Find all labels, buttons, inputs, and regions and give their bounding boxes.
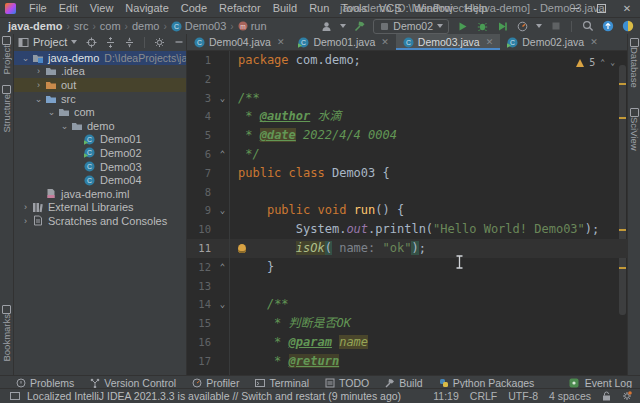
tab-demo01-java[interactable]: CDemo01.java✕ (291, 34, 395, 50)
tab-demo02-java[interactable]: CDemo02.java✕ (500, 34, 604, 50)
coverage-button[interactable] (496, 20, 509, 33)
tree-item-java-demo[interactable]: ⌄java-demoD:\IdeaProjects\java-demo (14, 51, 186, 65)
tab-close-icon[interactable]: ✕ (381, 37, 389, 47)
build-hammer-icon[interactable] (353, 20, 366, 33)
breadcrumb-demo[interactable]: demo (130, 20, 162, 32)
breadcrumb-src[interactable]: src (72, 20, 91, 32)
lock-icon[interactable] (602, 391, 611, 401)
project-panel-title[interactable]: Project (33, 36, 67, 48)
profiler-button[interactable] (516, 20, 529, 33)
breadcrumb-com[interactable]: com (98, 20, 123, 32)
tab-close-icon[interactable]: ✕ (590, 37, 598, 47)
minimize-button[interactable] (562, 0, 588, 17)
code-line-5[interactable]: 5 * @date 2022/4/4 0004 (187, 126, 627, 145)
user-dropdown-icon[interactable] (340, 24, 346, 28)
intention-bulb-icon[interactable] (238, 244, 246, 253)
tree-item-java-demo-iml[interactable]: java-demo.iml (14, 187, 186, 201)
gear-badge-icon[interactable] (622, 391, 632, 401)
collapse-arrow-icon[interactable]: ⌄ (46, 107, 57, 117)
collapse-arrow-icon[interactable]: ⌄ (59, 121, 70, 131)
tree-item-demo04[interactable]: CDemo04 (14, 173, 186, 187)
tool-window-button-python-packages[interactable]: Python Packages (431, 377, 543, 389)
fold-open-icon[interactable]: ⌄ (216, 201, 230, 220)
menu-navigate[interactable]: Navigate (119, 0, 174, 17)
tree-item-out[interactable]: ›out (14, 78, 186, 92)
maximize-button[interactable] (588, 0, 614, 17)
next-warning-icon[interactable]: ⌄ (610, 54, 615, 73)
tree-item--idea[interactable]: ›.idea (14, 65, 186, 79)
settings-sync-icon[interactable] (621, 20, 634, 33)
tree-item-com[interactable]: ⌄com (14, 105, 186, 119)
menu-run[interactable]: Run (303, 0, 335, 17)
breadcrumb-run[interactable]: mrun (236, 20, 269, 32)
expand-arrow-icon[interactable]: › (20, 216, 31, 226)
tree-item-demo01[interactable]: CDemo01 (14, 133, 186, 147)
search-everywhere-icon[interactable] (581, 20, 594, 33)
code-line-13[interactable]: 13 (187, 277, 627, 296)
menu-build[interactable]: Build (267, 0, 303, 17)
tool-window-button-todo[interactable]: TODO (317, 377, 377, 389)
tab-close-icon[interactable]: ✕ (486, 37, 494, 47)
menu-refactor[interactable]: Refactor (213, 0, 267, 17)
fold-open-icon[interactable]: ⌄ (216, 295, 230, 314)
code-line-9[interactable]: 9⌄ public void run() { (187, 201, 627, 220)
code-line-15[interactable]: 15 * 判断是否OK (187, 314, 627, 333)
caret-position[interactable]: 11:19 (433, 390, 459, 402)
code-line-14[interactable]: 14⌄ /** (187, 295, 627, 314)
expand-arrow-icon[interactable]: › (33, 66, 44, 76)
code-line-4[interactable]: 4 * @author 水滴 (187, 107, 627, 126)
tool-strip-structure[interactable]: Structure (1, 85, 12, 133)
fold-close-icon[interactable]: ⌃ (216, 145, 230, 164)
select-opened-file-icon[interactable] (85, 36, 98, 49)
tool-window-button-profiler[interactable]: Profiler (184, 377, 247, 389)
code-line-17[interactable]: 17 * @return (187, 352, 627, 371)
code-line-10[interactable]: 10 System.out.println("Hello World! Demo… (187, 220, 627, 239)
tool-strip-database[interactable]: Database (629, 38, 640, 88)
breadcrumb-demo03[interactable]: CDemo03 (169, 20, 229, 32)
tool-window-button-problems[interactable]: Problems (8, 377, 82, 389)
code-line-12[interactable]: 12⌃ } (187, 258, 627, 277)
menu-edit[interactable]: Edit (53, 0, 84, 17)
code-line-2[interactable]: 2 (187, 70, 627, 89)
file-encoding[interactable]: UTF-8 (508, 390, 538, 402)
tree-item-demo03[interactable]: CDemo03 (14, 160, 186, 174)
tool-strip-sciview[interactable]: SciView (629, 108, 640, 151)
collapse-arrow-icon[interactable]: ⌄ (20, 53, 31, 63)
code-line-7[interactable]: 7public class Demo03 { (187, 164, 627, 183)
tool-strip-project[interactable]: Project (1, 36, 12, 75)
menu-view[interactable]: View (84, 0, 120, 17)
expand-all-icon[interactable] (104, 36, 117, 49)
run-button[interactable] (456, 20, 469, 33)
code-line-8[interactable]: 8 (187, 183, 627, 202)
user-icon[interactable] (320, 20, 333, 33)
indent-style[interactable]: 4 spaces (549, 390, 591, 402)
tree-item-demo[interactable]: ⌄demo (14, 119, 186, 133)
tool-strip-bookmarks[interactable]: Bookmarks (1, 305, 12, 362)
gear-icon[interactable] (153, 36, 166, 49)
run-configuration-select[interactable]: Demo02 (373, 19, 449, 34)
tree-item-scratches-and-consoles[interactable]: ›Scratches and Consoles (14, 214, 186, 228)
collapse-arrow-icon[interactable]: ⌄ (33, 94, 44, 104)
tab-demo04-java[interactable]: CDemo04.java✕ (187, 34, 291, 50)
inspections-widget[interactable]: 5 ⌃ ⌄ (576, 54, 615, 73)
tree-item-external-libraries[interactable]: ›External Libraries (14, 201, 186, 215)
hide-panel-icon[interactable] (172, 36, 185, 49)
window-status-icon[interactable] (8, 390, 21, 403)
tree-item-demo02[interactable]: CDemo02 (14, 146, 186, 160)
tab-demo03-java[interactable]: CDemo03.java✕ (396, 34, 500, 50)
update-icon[interactable] (601, 20, 614, 33)
code-line-1[interactable]: 1package com.demo; (187, 51, 627, 70)
line-separator[interactable]: CRLF (470, 390, 497, 402)
tool-window-button-terminal[interactable]: Terminal (247, 377, 317, 389)
fold-close-icon[interactable]: ⌃ (216, 258, 230, 277)
fold-open-icon[interactable]: ⌄ (216, 89, 230, 108)
expand-arrow-icon[interactable]: › (20, 202, 31, 212)
code-line-6[interactable]: 6⌃ */ (187, 145, 627, 164)
expand-arrow-icon[interactable]: › (33, 80, 44, 90)
prev-warning-icon[interactable]: ⌃ (600, 54, 605, 73)
close-button[interactable]: ✕ (614, 0, 640, 17)
tab-close-icon[interactable]: ✕ (277, 37, 285, 47)
menu-code[interactable]: Code (175, 0, 213, 17)
tool-window-button-version-control[interactable]: Version Control (82, 377, 184, 389)
profiler-dropdown-icon[interactable] (536, 24, 542, 28)
